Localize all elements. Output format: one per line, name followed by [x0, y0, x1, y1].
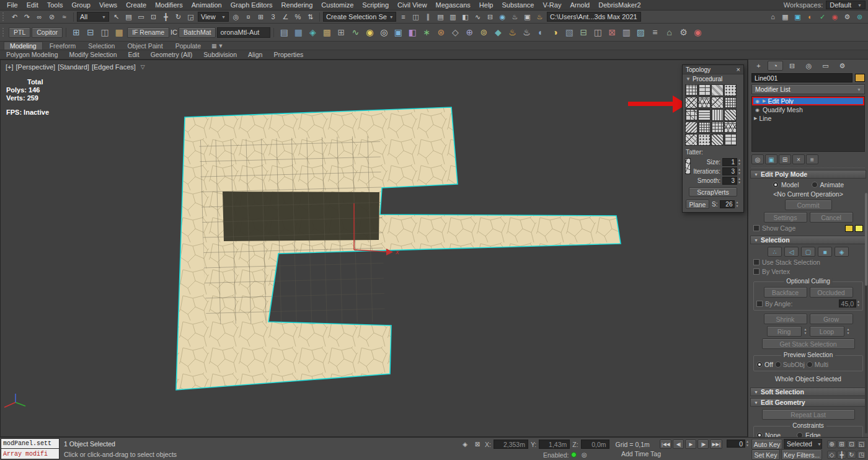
- detach-tools-icon[interactable]: ◫: [591, 25, 604, 39]
- menu-item[interactable]: Customize: [317, 1, 358, 9]
- plane-button[interactable]: Plane: [686, 200, 709, 209]
- time-tag-icon[interactable]: ◎: [579, 450, 589, 459]
- menu-item[interactable]: Rendering: [277, 1, 317, 9]
- ribbon-tab[interactable]: Populate: [170, 42, 206, 50]
- occluded-button[interactable]: Occluded: [810, 287, 853, 298]
- pattern-diamonds[interactable]: [685, 97, 698, 108]
- procedural-section-header[interactable]: ▼ Procedural: [683, 74, 743, 84]
- menu-item[interactable]: File: [2, 1, 22, 9]
- maxscript-mini-listener[interactable]: modPanel.sett Array modifi: [1, 438, 60, 459]
- copy-paste-icon[interactable]: ⊞: [69, 25, 83, 39]
- make-unique-icon[interactable]: ⊞: [779, 154, 791, 164]
- object-name-field[interactable]: Line001: [751, 73, 852, 82]
- element-icon[interactable]: ◈: [835, 247, 849, 257]
- key-mode-dropdown[interactable]: Selected▼: [784, 439, 822, 449]
- by-vertex-checkbox[interactable]: [753, 268, 760, 275]
- border-icon[interactable]: ▢: [801, 247, 815, 257]
- menu-item[interactable]: Civil View: [393, 1, 431, 9]
- ribbon-tab[interactable]: Freeform: [44, 42, 82, 50]
- menu-item[interactable]: Create: [122, 1, 151, 9]
- pattern-mosaic[interactable]: [698, 122, 711, 133]
- pattern-rings[interactable]: [698, 134, 711, 146]
- chevron-down-icon[interactable]: ▼: [218, 43, 224, 49]
- pin-stack-icon[interactable]: ◎: [751, 154, 764, 164]
- scene-security-icon[interactable]: ⊚: [854, 12, 866, 22]
- named-selection-set-dropdown[interactable]: Create Selection Se▼: [323, 12, 396, 22]
- project-path-dropdown[interactable]: C:\Users\Ant...3ds Max 2021▼: [547, 12, 641, 22]
- unlink-selection-icon[interactable]: ⊘: [46, 12, 58, 22]
- isolate-selection-icon[interactable]: ◈: [460, 440, 470, 449]
- schematic-view-icon[interactable]: ⊟: [484, 12, 496, 22]
- select-and-manipulate-icon[interactable]: ¤: [242, 12, 254, 22]
- cage-selected-color-swatch[interactable]: [855, 225, 863, 232]
- commit-button[interactable]: Commit: [785, 200, 832, 210]
- menu-item[interactable]: Substance: [497, 1, 538, 9]
- layer-tools-icon[interactable]: ⌂: [662, 25, 676, 39]
- ribbon-panel-label[interactable]: Edit: [128, 51, 140, 58]
- constraint-edge-radio[interactable]: [797, 432, 803, 437]
- ribbon-toggle-icon[interactable]: ◧: [459, 12, 471, 22]
- menu-item[interactable]: Scripting: [358, 1, 393, 9]
- select-object-icon[interactable]: ↖: [110, 12, 122, 22]
- pattern-stripes-v[interactable]: [711, 109, 724, 121]
- shrink-button[interactable]: Shrink: [764, 314, 807, 324]
- select-and-rotate-icon[interactable]: ↻: [172, 12, 184, 22]
- render-production-icon[interactable]: ♨: [534, 12, 546, 22]
- listener-line[interactable]: Array modifi: [1, 449, 60, 459]
- pan-icon[interactable]: ╋: [837, 451, 846, 459]
- add-time-tag-button[interactable]: Add Time Tag: [621, 450, 661, 458]
- proxy-exporter-icon[interactable]: ◧: [405, 25, 419, 39]
- loop-button[interactable]: Loop: [810, 326, 844, 337]
- use-pivot-center-icon[interactable]: ◎: [230, 12, 242, 22]
- viewport-header-segment[interactable]: [Edged Faces]: [92, 63, 136, 71]
- expand-arrow-icon[interactable]: ▶: [754, 116, 757, 121]
- animate-radio[interactable]: [812, 182, 818, 188]
- corona-material-field[interactable]: oronaMtl-Aut: [217, 27, 270, 38]
- pattern-grid[interactable]: [685, 84, 698, 96]
- rendered-frame-icon[interactable]: ▣: [521, 12, 533, 22]
- create-tab-icon[interactable]: +: [751, 61, 766, 71]
- menu-item[interactable]: DebrisMaker2: [594, 1, 645, 9]
- menu-item[interactable]: Group: [67, 1, 95, 9]
- base-object-line[interactable]: ◉ ▶ Line: [752, 114, 864, 123]
- hierarchy-tab-icon[interactable]: ⊟: [784, 61, 800, 71]
- close-icon[interactable]: ×: [737, 66, 740, 73]
- cancel-button[interactable]: Cancel: [810, 212, 853, 223]
- ribbon-panel-label[interactable]: Polygon Modeling: [6, 51, 58, 58]
- turbosmooth-icon[interactable]: ⊟: [577, 25, 590, 39]
- snaps-toggle-icon[interactable]: 3: [267, 12, 279, 22]
- play-icon[interactable]: ▶: [685, 440, 696, 449]
- show-cage-checkbox[interactable]: [753, 225, 760, 231]
- ring-button[interactable]: Ring: [767, 326, 802, 337]
- measure-icon[interactable]: ◇: [448, 25, 462, 39]
- if-rename-button[interactable]: IF Rename: [127, 27, 169, 38]
- ribbon-panel-label[interactable]: Subdivision: [203, 51, 237, 58]
- z-coordinate-field[interactable]: 0,0m: [581, 440, 609, 449]
- auto-key-button[interactable]: Auto Key: [751, 439, 782, 449]
- vray-teapot-icon[interactable]: ♨: [520, 25, 533, 39]
- render-elements-icon[interactable]: ▣: [391, 25, 405, 39]
- s-field[interactable]: 26: [720, 200, 735, 208]
- poly-tools-icon[interactable]: ⊞: [334, 25, 348, 39]
- corona-converter-icon[interactable]: ♨: [505, 25, 519, 39]
- menu-item[interactable]: Help: [475, 1, 498, 9]
- preview-multi-radio[interactable]: [807, 361, 813, 368]
- settings-plugin-icon[interactable]: ⚙: [676, 25, 690, 39]
- pattern-dots[interactable]: [724, 84, 737, 96]
- ribbon-panel-label[interactable]: Align: [248, 51, 262, 58]
- physical-camera-icon[interactable]: ◐: [534, 25, 547, 39]
- backface-button[interactable]: Backface: [764, 287, 807, 298]
- selection-filter-icon[interactable]: ▽: [141, 64, 145, 70]
- random-transform-icon[interactable]: ⊚: [477, 25, 490, 39]
- y-coordinate-field[interactable]: 1,43m: [539, 440, 570, 449]
- pattern-cross[interactable]: [685, 109, 698, 121]
- menu-item[interactable]: Animation: [187, 1, 226, 9]
- loop-spinner[interactable]: ▲▼: [847, 328, 850, 335]
- rollout-header[interactable]: ▼Soft Selection: [750, 387, 866, 396]
- viewport-header-segment[interactable]: [Perspective]: [16, 63, 56, 71]
- pattern-diag-right[interactable]: [685, 122, 698, 133]
- next-frame-icon[interactable]: |▶: [698, 440, 709, 449]
- help-plugin-icon[interactable]: ◉: [691, 25, 704, 39]
- set-key-button[interactable]: Set Key: [751, 449, 780, 460]
- modify-tab-icon[interactable]: ◔: [768, 61, 783, 71]
